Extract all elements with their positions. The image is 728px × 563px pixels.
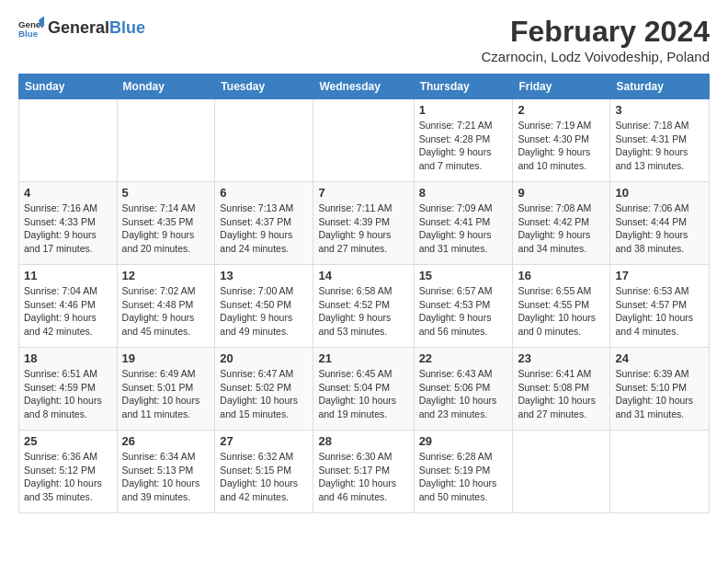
calendar-cell: 13Sunrise: 7:00 AM Sunset: 4:50 PM Dayli…: [215, 265, 313, 348]
day-info: Sunrise: 7:11 AM Sunset: 4:39 PM Dayligh…: [318, 201, 408, 256]
calendar-cell: 16Sunrise: 6:55 AM Sunset: 4:55 PM Dayli…: [513, 265, 610, 348]
calendar-cell: 22Sunrise: 6:43 AM Sunset: 5:06 PM Dayli…: [414, 348, 513, 431]
day-info: Sunrise: 7:00 AM Sunset: 4:50 PM Dayligh…: [220, 284, 308, 339]
calendar-cell: 27Sunrise: 6:32 AM Sunset: 5:15 PM Dayli…: [215, 431, 313, 513]
day-number: 11: [24, 269, 112, 282]
logo-text-blue: Blue: [109, 18, 145, 38]
day-info: Sunrise: 6:53 AM Sunset: 4:57 PM Dayligh…: [615, 284, 704, 339]
day-info: Sunrise: 7:14 AM Sunset: 4:35 PM Dayligh…: [122, 201, 210, 256]
calendar-cell: 5Sunrise: 7:14 AM Sunset: 4:35 PM Daylig…: [117, 182, 215, 265]
day-number: 29: [419, 434, 508, 448]
week-row-4: 18Sunrise: 6:51 AM Sunset: 4:59 PM Dayli…: [19, 348, 710, 431]
calendar-cell: 2Sunrise: 7:19 AM Sunset: 4:30 PM Daylig…: [513, 99, 610, 182]
day-info: Sunrise: 7:09 AM Sunset: 4:41 PM Dayligh…: [419, 201, 508, 256]
day-number: 10: [615, 186, 704, 200]
calendar-cell: [215, 99, 313, 182]
day-info: Sunrise: 7:19 AM Sunset: 4:30 PM Dayligh…: [518, 119, 605, 173]
week-row-2: 4Sunrise: 7:16 AM Sunset: 4:33 PM Daylig…: [19, 182, 710, 265]
calendar-cell: 7Sunrise: 7:11 AM Sunset: 4:39 PM Daylig…: [313, 182, 414, 265]
day-number: 28: [318, 434, 408, 448]
calendar-cell: [513, 431, 610, 513]
calendar-cell: 3Sunrise: 7:18 AM Sunset: 4:31 PM Daylig…: [610, 99, 710, 182]
calendar-cell: 6Sunrise: 7:13 AM Sunset: 4:37 PM Daylig…: [215, 182, 313, 265]
day-info: Sunrise: 7:02 AM Sunset: 4:48 PM Dayligh…: [122, 284, 210, 339]
day-number: 24: [615, 351, 704, 365]
calendar-cell: 20Sunrise: 6:47 AM Sunset: 5:02 PM Dayli…: [215, 348, 313, 431]
calendar-cell: 28Sunrise: 6:30 AM Sunset: 5:17 PM Dayli…: [313, 431, 414, 513]
calendar-cell: 21Sunrise: 6:45 AM Sunset: 5:04 PM Dayli…: [313, 348, 414, 431]
day-info: Sunrise: 7:16 AM Sunset: 4:33 PM Dayligh…: [24, 201, 112, 256]
day-info: Sunrise: 7:21 AM Sunset: 4:28 PM Dayligh…: [419, 119, 508, 173]
calendar-cell: 17Sunrise: 6:53 AM Sunset: 4:57 PM Dayli…: [610, 265, 710, 348]
weekday-header-tuesday: Tuesday: [215, 75, 313, 99]
calendar-cell: 23Sunrise: 6:41 AM Sunset: 5:08 PM Dayli…: [513, 348, 610, 431]
day-number: 21: [318, 351, 408, 365]
calendar-cell: 26Sunrise: 6:34 AM Sunset: 5:13 PM Dayli…: [117, 431, 215, 513]
weekday-header-friday: Friday: [513, 75, 610, 99]
weekday-header-sunday: Sunday: [19, 75, 118, 99]
weekday-header-row: SundayMondayTuesdayWednesdayThursdayFrid…: [19, 75, 710, 99]
day-info: Sunrise: 6:45 AM Sunset: 5:04 PM Dayligh…: [318, 367, 408, 421]
day-number: 1: [419, 103, 508, 117]
calendar-table: SundayMondayTuesdayWednesdayThursdayFrid…: [18, 74, 710, 513]
day-number: 7: [318, 186, 408, 200]
logo-icon: General Blue: [18, 15, 44, 40]
day-info: Sunrise: 6:58 AM Sunset: 4:52 PM Dayligh…: [318, 284, 408, 339]
calendar-cell: 11Sunrise: 7:04 AM Sunset: 4:46 PM Dayli…: [19, 265, 118, 348]
calendar-cell: [117, 99, 215, 182]
calendar-cell: 25Sunrise: 6:36 AM Sunset: 5:12 PM Dayli…: [19, 431, 118, 513]
calendar-cell: 4Sunrise: 7:16 AM Sunset: 4:33 PM Daylig…: [19, 182, 118, 265]
calendar-cell: [610, 431, 710, 513]
day-number: 14: [318, 269, 408, 282]
title-area: February 2024 Czarnocin, Lodz Voivodeshi…: [482, 15, 711, 64]
week-row-5: 25Sunrise: 6:36 AM Sunset: 5:12 PM Dayli…: [19, 431, 710, 513]
day-info: Sunrise: 6:39 AM Sunset: 5:10 PM Dayligh…: [615, 367, 704, 421]
calendar-cell: 24Sunrise: 6:39 AM Sunset: 5:10 PM Dayli…: [610, 348, 710, 431]
calendar-cell: 18Sunrise: 6:51 AM Sunset: 4:59 PM Dayli…: [19, 348, 118, 431]
day-number: 26: [122, 434, 210, 448]
calendar-cell: 14Sunrise: 6:58 AM Sunset: 4:52 PM Dayli…: [313, 265, 414, 348]
calendar-cell: 29Sunrise: 6:28 AM Sunset: 5:19 PM Dayli…: [414, 431, 513, 513]
calendar-cell: 10Sunrise: 7:06 AM Sunset: 4:44 PM Dayli…: [610, 182, 710, 265]
day-number: 18: [24, 351, 112, 365]
weekday-header-monday: Monday: [117, 75, 215, 99]
day-info: Sunrise: 7:04 AM Sunset: 4:46 PM Dayligh…: [24, 284, 112, 339]
day-number: 15: [419, 269, 508, 282]
day-info: Sunrise: 6:36 AM Sunset: 5:12 PM Dayligh…: [24, 450, 112, 504]
day-number: 17: [615, 269, 704, 282]
day-number: 13: [220, 269, 308, 282]
svg-text:Blue: Blue: [18, 29, 39, 39]
day-info: Sunrise: 6:30 AM Sunset: 5:17 PM Dayligh…: [318, 450, 408, 504]
weekday-header-wednesday: Wednesday: [313, 75, 414, 99]
calendar-cell: 19Sunrise: 6:49 AM Sunset: 5:01 PM Dayli…: [117, 348, 215, 431]
weekday-header-thursday: Thursday: [414, 75, 513, 99]
calendar-cell: [313, 99, 414, 182]
calendar-cell: 15Sunrise: 6:57 AM Sunset: 4:53 PM Dayli…: [414, 265, 513, 348]
calendar-cell: 1Sunrise: 7:21 AM Sunset: 4:28 PM Daylig…: [414, 99, 513, 182]
day-number: 3: [615, 103, 704, 117]
weekday-header-saturday: Saturday: [610, 75, 710, 99]
svg-marker-2: [39, 16, 44, 26]
day-number: 27: [220, 434, 308, 448]
calendar-cell: 12Sunrise: 7:02 AM Sunset: 4:48 PM Dayli…: [117, 265, 215, 348]
calendar-cell: [19, 99, 118, 182]
calendar-cell: 9Sunrise: 7:08 AM Sunset: 4:42 PM Daylig…: [513, 182, 610, 265]
main-title: February 2024: [482, 15, 711, 49]
header-area: General Blue General Blue February 2024 …: [18, 15, 710, 64]
day-info: Sunrise: 7:06 AM Sunset: 4:44 PM Dayligh…: [615, 201, 704, 256]
day-number: 19: [122, 351, 210, 365]
day-number: 12: [122, 269, 210, 282]
day-number: 25: [24, 434, 112, 448]
day-number: 4: [24, 186, 112, 200]
week-row-3: 11Sunrise: 7:04 AM Sunset: 4:46 PM Dayli…: [19, 265, 710, 348]
day-number: 16: [518, 269, 605, 282]
day-number: 2: [518, 103, 605, 117]
day-number: 23: [518, 351, 605, 365]
day-info: Sunrise: 6:41 AM Sunset: 5:08 PM Dayligh…: [518, 367, 605, 421]
week-row-1: 1Sunrise: 7:21 AM Sunset: 4:28 PM Daylig…: [19, 99, 710, 182]
logo-text-general: General: [48, 18, 109, 38]
day-info: Sunrise: 6:49 AM Sunset: 5:01 PM Dayligh…: [122, 367, 210, 421]
day-number: 8: [419, 186, 508, 200]
day-info: Sunrise: 7:18 AM Sunset: 4:31 PM Dayligh…: [615, 119, 704, 173]
day-number: 6: [220, 186, 308, 200]
